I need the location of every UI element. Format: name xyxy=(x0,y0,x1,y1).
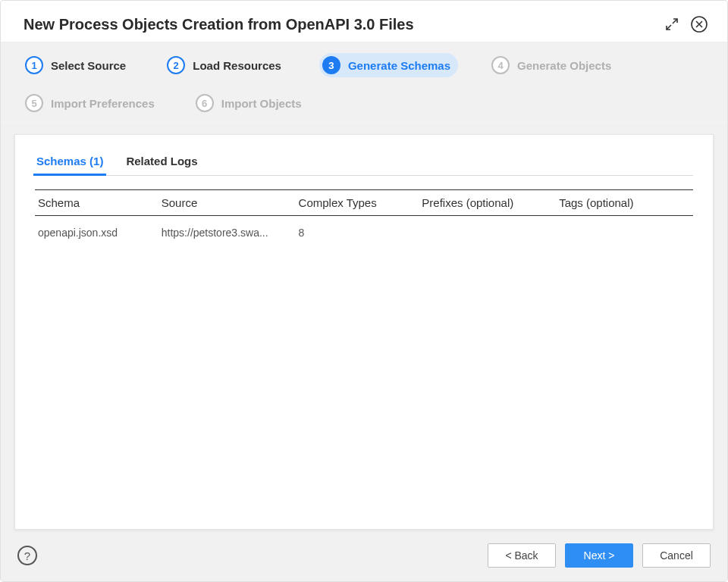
th-source: Source xyxy=(158,190,296,216)
dialog-title: New Process Objects Creation from OpenAP… xyxy=(24,16,414,33)
tab-related-logs[interactable]: Related Logs xyxy=(124,150,199,175)
tab-schemas[interactable]: Schemas (1) xyxy=(35,150,105,175)
cell-schema: openapi.json.xsd xyxy=(35,216,158,247)
step-4: 4Generate Objects xyxy=(488,53,619,77)
step-number: 2 xyxy=(167,56,185,74)
cell-complex_types: 8 xyxy=(296,216,419,247)
dialog-footer: ? < Back Next > Cancel xyxy=(1,533,727,581)
th-complex-types: Complex Types xyxy=(296,190,419,216)
help-icon[interactable]: ? xyxy=(17,546,37,565)
next-button[interactable]: Next > xyxy=(565,543,633,568)
step-1[interactable]: 1Select Source xyxy=(22,53,133,77)
tab-schemas-label: Schemas (1) xyxy=(36,155,103,167)
step-label: Select Source xyxy=(51,59,126,72)
cell-source: https://petstore3.swa... xyxy=(158,216,296,247)
content-area: Schemas (1) Related Logs Schema Source xyxy=(1,127,727,533)
schemas-panel: Schemas (1) Related Logs Schema Source xyxy=(14,134,714,530)
step-number: 4 xyxy=(491,56,510,74)
step-6: 6Import Objects xyxy=(193,91,309,115)
schemas-table-wrap: Schema Source Complex Types Prefixes (op… xyxy=(35,189,693,246)
step-label: Import Objects xyxy=(221,97,302,110)
th-schema: Schema xyxy=(35,190,158,216)
step-label: Load Resources xyxy=(193,59,281,72)
step-number: 5 xyxy=(25,94,43,112)
expand-icon[interactable] xyxy=(662,14,682,34)
step-label: Import Preferences xyxy=(51,97,155,110)
table-row[interactable]: openapi.json.xsdhttps://petstore3.swa...… xyxy=(35,216,693,247)
step-label: Generate Objects xyxy=(517,59,611,72)
th-tags: Tags (optional) xyxy=(556,190,693,216)
cell-tags xyxy=(556,216,693,247)
step-number: 6 xyxy=(196,94,214,112)
schemas-table: Schema Source Complex Types Prefixes (op… xyxy=(35,189,693,246)
step-label: Generate Schemas xyxy=(348,59,450,72)
back-button[interactable]: < Back xyxy=(488,543,556,568)
dialog: New Process Objects Creation from OpenAP… xyxy=(0,0,728,582)
panel-tabs: Schemas (1) Related Logs xyxy=(35,150,693,176)
step-3[interactable]: 3Generate Schemas xyxy=(319,53,458,77)
tab-logs-label: Related Logs xyxy=(126,155,197,167)
step-5: 5Import Preferences xyxy=(22,91,162,115)
step-2[interactable]: 2Load Resources xyxy=(164,53,289,77)
cell-prefixes xyxy=(419,216,556,247)
dialog-header: New Process Objects Creation from OpenAP… xyxy=(1,1,727,42)
header-icons xyxy=(662,14,709,34)
wizard-stepper: 1Select Source2Load Resources3Generate S… xyxy=(1,42,727,127)
close-icon[interactable] xyxy=(689,14,709,34)
table-header-row: Schema Source Complex Types Prefixes (op… xyxy=(35,190,693,216)
th-prefixes: Prefixes (optional) xyxy=(419,190,556,216)
step-number: 3 xyxy=(322,56,340,74)
cancel-button[interactable]: Cancel xyxy=(642,543,711,568)
footer-buttons: < Back Next > Cancel xyxy=(488,543,711,568)
step-number: 1 xyxy=(25,56,43,74)
